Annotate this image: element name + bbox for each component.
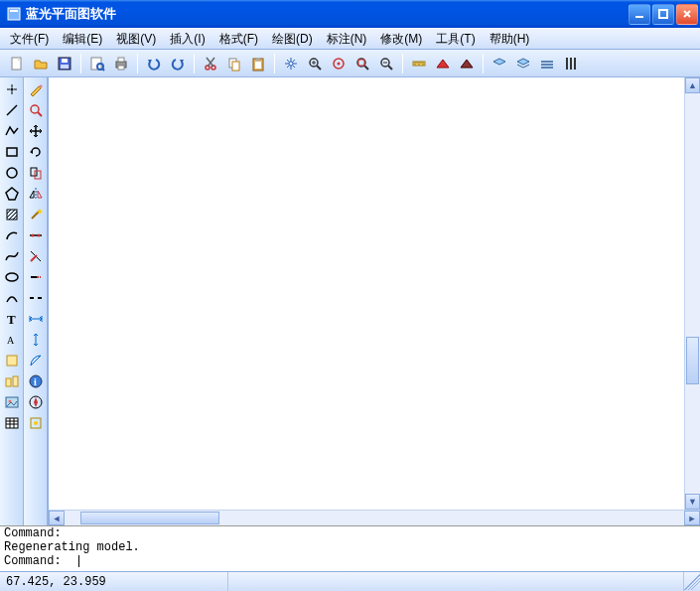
snap-button[interactable] bbox=[26, 413, 46, 433]
menu-view[interactable]: 视图(V) bbox=[110, 29, 162, 50]
menu-dim[interactable]: 标注(N) bbox=[321, 29, 373, 50]
menu-draw[interactable]: 绘图(D) bbox=[266, 29, 319, 50]
svg-rect-7 bbox=[61, 65, 69, 69]
new-button[interactable] bbox=[6, 53, 28, 74]
print-preview-button[interactable] bbox=[86, 53, 108, 74]
toolbar-separator bbox=[483, 54, 484, 74]
command-cursor bbox=[78, 555, 79, 567]
resize-grip-icon[interactable] bbox=[684, 574, 700, 590]
menu-edit[interactable]: 编辑(E) bbox=[57, 29, 108, 50]
dim-dark-button[interactable] bbox=[456, 53, 478, 74]
svg-rect-46 bbox=[13, 376, 18, 386]
zoom-out-button[interactable] bbox=[375, 53, 397, 74]
curve-button[interactable] bbox=[2, 288, 22, 308]
print-button[interactable] bbox=[110, 53, 132, 74]
hscroll-thumb[interactable] bbox=[80, 512, 219, 524]
wand-button[interactable] bbox=[26, 205, 46, 224]
line-icon bbox=[4, 102, 20, 118]
dim-red-button[interactable] bbox=[432, 53, 454, 74]
svg-rect-20 bbox=[255, 62, 261, 69]
measure-button[interactable] bbox=[408, 53, 430, 74]
layer3-button[interactable] bbox=[536, 53, 558, 74]
block-button[interactable] bbox=[2, 371, 22, 391]
vertical-scrollbar[interactable]: ▲ ▼ bbox=[684, 77, 700, 510]
trim-button[interactable] bbox=[26, 246, 46, 266]
scroll-left-icon[interactable]: ◄ bbox=[49, 511, 65, 525]
mirror-button[interactable] bbox=[26, 184, 46, 204]
open-button[interactable] bbox=[30, 53, 52, 74]
undo-button[interactable] bbox=[143, 53, 165, 74]
zoom-in-button[interactable] bbox=[304, 53, 326, 74]
toolbar-modify: i bbox=[24, 77, 48, 525]
polyline-button[interactable] bbox=[2, 121, 22, 141]
table-button[interactable] bbox=[2, 413, 22, 433]
compass-button[interactable] bbox=[26, 392, 46, 412]
copy-button[interactable] bbox=[223, 53, 245, 74]
status-coordinates: 67.425, 23.959 bbox=[0, 572, 228, 591]
undo-icon bbox=[146, 56, 162, 72]
svg-line-51 bbox=[38, 112, 42, 116]
menu-tools[interactable]: 工具(T) bbox=[430, 29, 481, 50]
menu-format[interactable]: 格式(F) bbox=[213, 29, 264, 50]
rect-button[interactable] bbox=[2, 142, 22, 162]
pencil-button[interactable] bbox=[26, 79, 46, 99]
scroll-up-icon[interactable]: ▲ bbox=[685, 77, 700, 93]
polygon-button[interactable] bbox=[2, 184, 22, 204]
menu-help[interactable]: 帮助(H) bbox=[484, 29, 536, 50]
menu-file[interactable]: 文件(F) bbox=[4, 29, 55, 50]
dimension-a-button[interactable] bbox=[26, 351, 46, 370]
cut-button[interactable] bbox=[200, 53, 221, 74]
zoom-extents-button[interactable] bbox=[328, 53, 350, 74]
dimension-v-button[interactable] bbox=[26, 330, 46, 350]
extend-icon bbox=[28, 269, 44, 285]
spline-button[interactable] bbox=[2, 246, 22, 266]
redo-button[interactable] bbox=[167, 53, 189, 74]
column-button[interactable] bbox=[560, 53, 582, 74]
text-big-button[interactable]: T bbox=[2, 309, 22, 329]
horizontal-scrollbar[interactable]: ◄ ► bbox=[49, 510, 700, 525]
pan-button[interactable] bbox=[280, 53, 302, 74]
extend-button[interactable] bbox=[26, 267, 46, 287]
menu-insert[interactable]: 插入(I) bbox=[164, 29, 210, 50]
minimize-button[interactable] bbox=[629, 4, 650, 25]
scroll-down-icon[interactable]: ▼ bbox=[685, 494, 700, 510]
vscroll-thumb[interactable] bbox=[686, 337, 699, 384]
rotate-button[interactable] bbox=[26, 142, 46, 162]
circle-button[interactable] bbox=[2, 163, 22, 183]
paste-button[interactable] bbox=[247, 53, 269, 74]
line-button[interactable] bbox=[2, 100, 22, 120]
dimension-h-button[interactable] bbox=[26, 309, 46, 329]
command-area[interactable]: Command: Regenerating model. Command: bbox=[0, 525, 700, 571]
zoom-window-button[interactable] bbox=[351, 53, 373, 74]
image-button[interactable] bbox=[2, 392, 22, 412]
break-button[interactable] bbox=[26, 288, 46, 308]
close-button[interactable] bbox=[676, 4, 698, 25]
scroll-right-icon[interactable]: ► bbox=[684, 511, 700, 525]
point-icon bbox=[4, 81, 20, 97]
mirror-icon bbox=[28, 186, 44, 202]
divide-button[interactable] bbox=[26, 225, 46, 245]
layer1-button[interactable] bbox=[489, 53, 510, 74]
copy2-button[interactable] bbox=[26, 163, 46, 183]
magnify-button[interactable] bbox=[26, 100, 46, 120]
text-small-icon: A bbox=[4, 332, 20, 348]
titlebar: 蓝光平面图软件 bbox=[0, 0, 700, 28]
drawing-canvas[interactable]: ▲ ▼ bbox=[49, 77, 700, 510]
point-button[interactable] bbox=[2, 79, 22, 99]
svg-text:A: A bbox=[7, 335, 15, 346]
statusbar: 67.425, 23.959 bbox=[0, 571, 700, 591]
toolbar-separator bbox=[137, 54, 138, 74]
ellipse-button[interactable] bbox=[2, 267, 22, 287]
arc-button[interactable] bbox=[2, 225, 22, 245]
hatch-button[interactable] bbox=[2, 205, 22, 224]
toolbar-draw: TA bbox=[0, 77, 24, 525]
save-button[interactable] bbox=[54, 53, 75, 74]
menu-modify[interactable]: 修改(M) bbox=[374, 29, 428, 50]
move-button[interactable] bbox=[26, 121, 46, 141]
region-button[interactable] bbox=[2, 351, 22, 370]
rotate-icon bbox=[28, 144, 44, 160]
info-button[interactable]: i bbox=[26, 371, 46, 391]
layer2-button[interactable] bbox=[512, 53, 534, 74]
maximize-button[interactable] bbox=[652, 4, 674, 25]
text-small-button[interactable]: A bbox=[2, 330, 22, 350]
